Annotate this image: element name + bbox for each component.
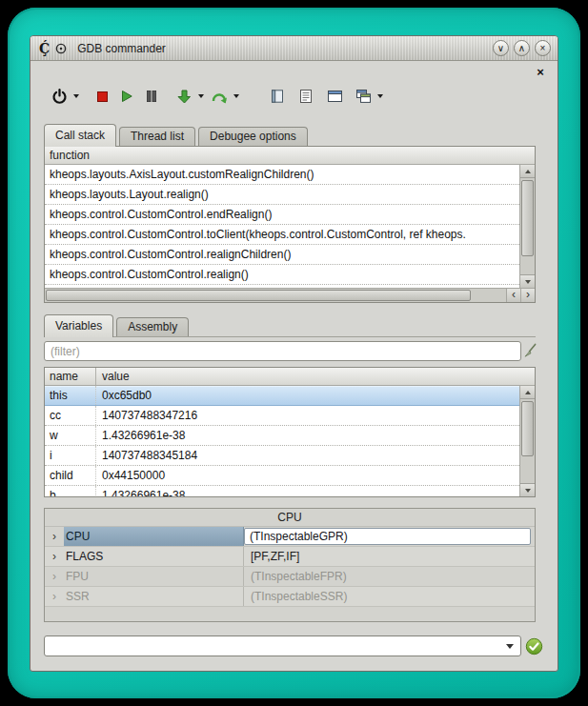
column-header-value[interactable]: value <box>96 368 535 385</box>
combo-dropdown-button[interactable] <box>501 638 517 654</box>
call-stack-row[interactable]: kheops.layouts.Layout.realign() <box>45 185 519 205</box>
scroll-right-button[interactable]: › <box>520 289 535 302</box>
tab-variables[interactable]: Variables <box>44 314 113 337</box>
variable-value: 0xc65db0 <box>96 386 519 405</box>
dropdown-arrow-icon <box>506 644 514 649</box>
arrow-up-icon <box>525 170 531 173</box>
arrow-up-icon <box>525 391 531 394</box>
variable-value: 1.43266961e-38 <box>96 426 519 445</box>
column-header-name[interactable]: name <box>45 368 96 385</box>
filter-input[interactable] <box>44 341 521 361</box>
power-dropdown-button[interactable] <box>71 84 81 109</box>
tab-assembly[interactable]: Assembly <box>116 317 189 336</box>
scroll-left-button[interactable]: ‹ <box>506 289 520 302</box>
expand-arrow-icon[interactable]: › <box>45 527 64 546</box>
menu-icon[interactable] <box>55 43 67 54</box>
console-button[interactable] <box>266 84 289 109</box>
column-header-function[interactable]: function <box>45 147 535 164</box>
call-stack-row[interactable]: kheops.layouts.AxisLayout.customRealignC… <box>45 165 519 185</box>
windows-button[interactable] <box>352 84 375 109</box>
variables-vertical-scrollbar[interactable] <box>519 386 535 496</box>
variable-row[interactable]: b 1.43266961e-38 <box>45 486 519 496</box>
variable-name: this <box>45 386 96 405</box>
app-icon[interactable]: Ḉ <box>39 42 50 55</box>
cpu-row[interactable]: › CPU (TInspectableGPR) <box>45 527 535 547</box>
variable-name: w <box>45 426 96 445</box>
monitor-button[interactable] <box>323 84 346 109</box>
minimize-button[interactable]: ∨ <box>493 40 509 56</box>
call-stack-row[interactable]: kheops.control.CustomControl.endRealign(… <box>45 205 519 225</box>
step-over-button[interactable] <box>208 84 231 109</box>
panel-close-button[interactable]: × <box>534 66 547 79</box>
close-button[interactable]: × <box>535 40 551 56</box>
callstack-horizontal-scrollbar[interactable]: ‹ › <box>45 288 535 302</box>
scroll-thumb[interactable] <box>521 401 534 456</box>
power-button[interactable] <box>48 84 71 109</box>
variables-list: this 0xc65db0 cc 140737488347216 w 1.432… <box>45 386 519 496</box>
tab-thread-list[interactable]: Thread list <box>119 127 195 146</box>
stop-button[interactable] <box>91 84 113 109</box>
scroll-up-button[interactable] <box>520 386 535 399</box>
variable-row[interactable]: child 0x44150000 <box>45 466 519 486</box>
arrow-down-icon <box>525 489 531 493</box>
command-input[interactable] <box>50 637 497 655</box>
log-button[interactable] <box>294 84 317 109</box>
power-icon <box>51 89 68 105</box>
run-button[interactable] <box>115 84 138 109</box>
scroll-up-button[interactable] <box>520 165 535 178</box>
variable-value: 0x44150000 <box>96 466 519 485</box>
stop-icon <box>97 91 108 102</box>
scroll-thumb[interactable] <box>521 180 534 256</box>
pause-button[interactable] <box>140 84 163 109</box>
scroll-down-button[interactable] <box>520 483 535 496</box>
monitor-icon <box>327 89 343 104</box>
window-title: GDB commander <box>77 42 166 55</box>
tab-debugee-options[interactable]: Debugee options <box>198 127 308 146</box>
call-stack-row[interactable]: kheops.control.CustomControl.realign() <box>45 265 519 285</box>
scroll-thumb[interactable] <box>46 290 471 301</box>
cpu-row-name[interactable]: FPU <box>64 567 244 586</box>
variable-row[interactable]: cc 140737488347216 <box>45 406 519 426</box>
inspector-tabs: Variables Assembly <box>44 314 192 336</box>
call-stack-row[interactable]: kheops.control.CustomControl.toClient(kh… <box>45 225 519 245</box>
dropdown-arrow-icon <box>377 94 383 98</box>
confirm-button[interactable] <box>525 637 543 656</box>
variable-row[interactable]: this 0xc65db0 <box>45 386 519 406</box>
clear-filter-icon[interactable] <box>523 342 537 359</box>
cpu-row-name[interactable]: SSR <box>64 587 244 606</box>
variable-value: 1.43266961e-38 <box>96 486 519 496</box>
expand-arrow-icon[interactable]: › <box>45 587 64 606</box>
step-over-dropdown-button[interactable] <box>231 84 241 109</box>
cpu-value-editbox[interactable]: (TInspectableGPR) <box>244 528 531 545</box>
scroll-down-button[interactable] <box>520 274 535 288</box>
step-into-dropdown-button[interactable] <box>195 84 206 109</box>
command-combobox[interactable] <box>44 635 521 656</box>
debugger-tabs: Call stack Thread list Debugee options <box>44 124 311 146</box>
cpu-row[interactable]: › FPU (TInspectableFPR) <box>45 567 535 587</box>
windows-icon <box>355 89 372 104</box>
cpu-row-name[interactable]: FLAGS <box>64 547 244 566</box>
cpu-row[interactable]: › FLAGS [PF,ZF,IF] <box>45 547 535 567</box>
step-into-button[interactable] <box>172 84 195 109</box>
cpu-row-value: (TInspectableSSR) <box>244 587 535 606</box>
maximize-button[interactable]: ∧ <box>514 40 530 56</box>
tab-call-stack[interactable]: Call stack <box>44 124 116 147</box>
variable-name: b <box>45 486 96 496</box>
debug-toolbar <box>48 82 385 111</box>
callstack-vertical-scrollbar[interactable] <box>519 165 535 288</box>
arrow-down-icon <box>525 280 531 284</box>
tab-separator-line <box>44 336 536 337</box>
expand-arrow-icon[interactable]: › <box>45 547 64 566</box>
variable-name: child <box>45 466 96 485</box>
cpu-row-name[interactable]: CPU <box>64 527 244 546</box>
variable-name: cc <box>45 406 96 425</box>
cpu-panel-title: CPU <box>45 509 535 527</box>
variable-row[interactable]: w 1.43266961e-38 <box>45 426 519 446</box>
expand-arrow-icon[interactable]: › <box>45 567 64 586</box>
call-stack-row[interactable]: kheops.control.CustomControl.realignChil… <box>45 245 519 265</box>
titlebar[interactable]: Ḉ GDB commander ∨ ∧ × <box>30 36 558 61</box>
step-into-icon <box>176 89 193 105</box>
cpu-row[interactable]: › SSR (TInspectableSSR) <box>45 587 535 607</box>
windows-dropdown-button[interactable] <box>375 84 385 109</box>
variable-row[interactable]: i 140737488345184 <box>45 446 519 466</box>
